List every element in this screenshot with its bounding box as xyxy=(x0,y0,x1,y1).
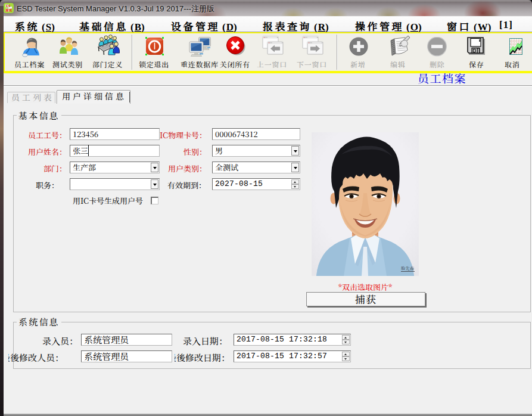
svg-text:测试: 测试 xyxy=(5,8,13,13)
svg-text:脸先森: 脸先森 xyxy=(401,265,415,271)
svg-text:ES: ES xyxy=(6,4,11,8)
